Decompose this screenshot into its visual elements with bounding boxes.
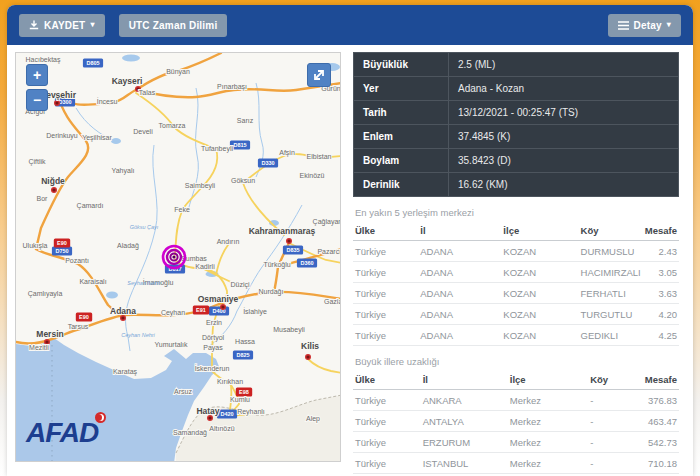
detail-row: Enlem37.4845 (K) xyxy=(354,125,679,149)
main-content: D805D300D815D330D750E90D817D835D360D400E… xyxy=(7,45,693,476)
detail-row: Tarih13/12/2021 - 00:25:47 (TS) xyxy=(354,101,679,125)
table-cell: Türkiye xyxy=(353,241,418,262)
map-place-label: Payas xyxy=(203,344,223,352)
table-cell: 463.47 xyxy=(643,411,679,432)
map-place-label: Yahyalı xyxy=(112,167,135,175)
map-place-label: Altınözü xyxy=(209,425,234,432)
table-cell: Merkez xyxy=(508,390,588,411)
road-shield-label: E98 xyxy=(239,389,249,395)
map-place-label: Kadirli xyxy=(195,263,215,270)
column-header: Ülke xyxy=(353,370,421,390)
table-row: TürkiyeADANAKOZANTURGUTLU4.20 xyxy=(353,304,679,325)
detail-menu-button[interactable]: Detay ▾ xyxy=(608,14,681,37)
map-place-label: Mezitli xyxy=(29,344,49,351)
city-marker-icon xyxy=(221,305,226,310)
detail-panel: Büyüklük2.5 (ML)YerAdana - KozanTarih13/… xyxy=(353,52,683,476)
table-cell: ISTANBUL xyxy=(421,453,508,474)
column-header: Köy xyxy=(588,370,643,390)
map-place-label: İslahiye xyxy=(243,307,267,316)
table-cell: 3.05 xyxy=(643,262,679,283)
map-place-label: Pozantı xyxy=(65,257,89,264)
fullscreen-button[interactable] xyxy=(307,63,331,87)
detail-value: 13/12/2021 - 00:25:47 (TS) xyxy=(449,101,679,125)
table-cell: Merkez xyxy=(508,432,588,453)
table-row: TürkiyeADANAKOZANDURMUSLU2.43 xyxy=(353,241,679,262)
table-cell: 4.25 xyxy=(643,325,679,346)
table-cell: Türkiye xyxy=(353,325,418,346)
table-cell: ADANA xyxy=(418,283,501,304)
table-cell: GEDIKLI xyxy=(579,325,643,346)
map-canvas[interactable]: D805D300D815D330D750E90D817D835D360D400E… xyxy=(16,53,341,462)
table-cell: Türkiye xyxy=(353,283,418,304)
map-place-label: Alep xyxy=(306,415,320,423)
table-cell: Türkiye xyxy=(353,411,421,432)
city-marker-icon xyxy=(306,355,311,360)
detail-value: Adana - Kozan xyxy=(449,77,679,101)
map-zoom-controls: + − xyxy=(26,64,48,111)
column-header: İlçe xyxy=(508,370,588,390)
table-cell: ADANA xyxy=(418,304,501,325)
map-place-label: Göksun xyxy=(231,177,255,184)
table-cell: ADANA xyxy=(418,325,501,346)
table-cell: KOZAN xyxy=(501,241,578,262)
map-city-label: Kahramanmaraş xyxy=(249,226,316,236)
map-place-label: Tufanbeyli xyxy=(201,145,233,153)
zoom-out-button[interactable]: − xyxy=(26,89,48,111)
table-cell: 4.20 xyxy=(643,304,679,325)
map-place-label: Çiftlik xyxy=(28,158,46,166)
utc-timezone-button[interactable]: UTC Zaman Dilimi xyxy=(119,14,228,37)
road-shield-label: D815 xyxy=(233,142,246,148)
table-cell: Türkiye xyxy=(353,304,418,325)
city-marker-icon xyxy=(55,101,60,106)
table-cell: KOZAN xyxy=(501,304,578,325)
table-cell: Türkiye xyxy=(353,262,418,283)
save-button[interactable]: KAYDET ▾ xyxy=(19,14,105,37)
map-place-label: Bünyan xyxy=(166,68,190,76)
caret-down-icon: ▾ xyxy=(90,21,94,29)
nearest-section-title: En yakın 5 yerleşim merkezi xyxy=(355,207,679,218)
map-city-label: Kilis xyxy=(301,341,319,351)
map-place-label: Çamlıyayla xyxy=(28,290,63,298)
map-city-label: Niğde xyxy=(41,176,65,186)
table-cell: 3.63 xyxy=(643,283,679,304)
column-header: İlçe xyxy=(501,221,578,241)
table-cell: Türkiye xyxy=(353,390,421,411)
map-city-label: Adana xyxy=(110,306,136,316)
map-place-label: Yumurtalık xyxy=(154,341,188,348)
map-place-label: Ceyhan xyxy=(161,309,185,317)
earthquake-detail-table: Büyüklük2.5 (ML)YerAdana - KozanTarih13/… xyxy=(353,52,679,197)
map-place-label: Afşin xyxy=(279,149,295,157)
road-shield-label: E90 xyxy=(57,240,67,246)
map-panel[interactable]: D805D300D815D330D750E90D817D835D360D400E… xyxy=(15,52,341,462)
map-place-label: Musabeyli xyxy=(273,326,305,334)
map-place-label: Saimbeyli xyxy=(185,182,216,190)
table-cell: ADANA xyxy=(418,241,501,262)
column-header: Mesafe xyxy=(643,221,679,241)
road-shield-label: D750 xyxy=(55,248,68,254)
table-cell: FERHATLI xyxy=(579,283,643,304)
toolbar: KAYDET ▾ UTC Zaman Dilimi Detay ▾ xyxy=(7,5,693,45)
map-water-label: Ceyhan Nehri xyxy=(121,332,155,338)
caret-down-icon: ▾ xyxy=(667,21,671,29)
expand-icon xyxy=(312,68,326,82)
table-cell: - xyxy=(588,390,643,411)
zoom-in-button[interactable]: + xyxy=(26,64,48,86)
map-place-label: Hassa xyxy=(235,338,255,345)
download-icon xyxy=(29,20,39,30)
table-cell: HACIMIRZALI xyxy=(579,262,643,283)
map-place-label: Develi xyxy=(133,128,153,135)
detail-button-label: Detay xyxy=(634,20,662,31)
map-city-label: Osmaniye xyxy=(198,294,239,304)
afad-logo-text: AFAD xyxy=(26,417,98,448)
city-marker-icon xyxy=(121,316,126,321)
column-header: İl xyxy=(421,370,508,390)
detail-value: 37.4845 (K) xyxy=(449,125,679,149)
map-place-label: Samandağ xyxy=(173,429,207,437)
map-place-label: Nurdağı xyxy=(259,288,284,296)
detail-label: Büyüklük xyxy=(354,53,449,77)
map-place-label: Bor xyxy=(37,195,49,202)
table-cell: - xyxy=(588,411,643,432)
column-header: Köy xyxy=(579,221,643,241)
map-place-label: Karaisalı xyxy=(79,278,106,285)
road-shield-label: D805 xyxy=(86,60,99,66)
